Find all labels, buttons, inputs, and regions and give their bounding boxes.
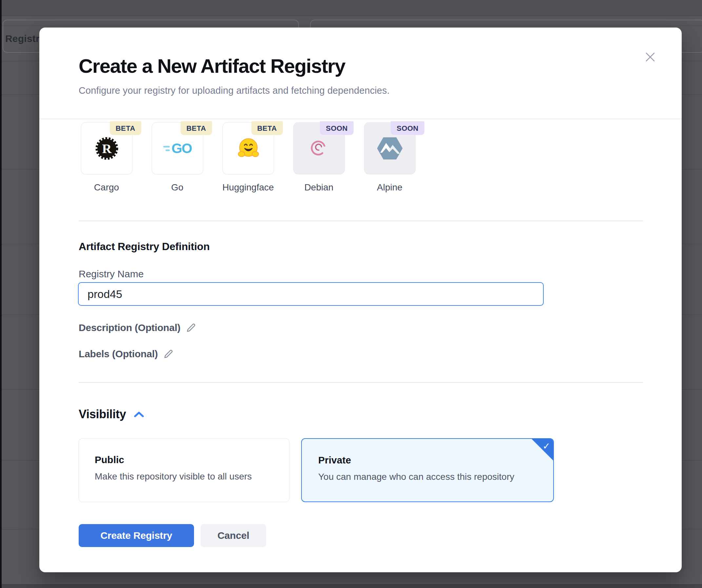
package-card-cargo[interactable]: BETA R	[81, 122, 132, 174]
package-card-huggingface[interactable]: BETA	[223, 122, 274, 174]
registry-name-label: Registry Name	[79, 268, 143, 279]
beta-badge: BETA	[110, 121, 141, 135]
private-option-title: Private	[318, 455, 351, 466]
create-registry-dialog: Create a New Artifact Registry Configure…	[39, 27, 682, 572]
soon-badge: SOON	[320, 121, 354, 135]
description-label: Description (Optional)	[79, 322, 181, 333]
package-card-debian[interactable]: SOON	[293, 122, 345, 174]
visibility-heading-row: Visibility	[79, 407, 144, 421]
svg-text:R: R	[102, 141, 112, 156]
backdrop-bottom-band	[2, 584, 702, 588]
package-label-alpine: Alpine	[377, 182, 402, 193]
go-icon: GO	[163, 141, 192, 156]
cargo-icon: R	[93, 135, 120, 162]
visibility-option-public[interactable]: Public Make this repository visible to a…	[79, 438, 289, 502]
chevron-up-icon[interactable]	[134, 411, 144, 418]
dialog-title: Create a New Artifact Registry	[79, 54, 345, 79]
package-card-go[interactable]: BETA GO	[152, 122, 203, 174]
backdrop-top-band	[2, 0, 702, 16]
visibility-option-private[interactable]: Private You can manage who can access th…	[301, 438, 554, 502]
section-divider	[79, 221, 643, 221]
dialog-subtitle: Configure your registry for uploading ar…	[79, 84, 390, 97]
dialog-header: Create a New Artifact Registry Configure…	[39, 27, 682, 119]
package-label-go: Go	[171, 182, 183, 193]
dialog-body: BETA R BETA GO BETA	[39, 119, 682, 573]
definition-heading: Artifact Registry Definition	[79, 241, 210, 253]
package-card-alpine[interactable]: SOON	[364, 122, 416, 174]
edit-labels-pencil-icon[interactable]	[163, 349, 174, 359]
description-row: Description (Optional)	[79, 322, 196, 333]
registry-name-input[interactable]	[78, 282, 544, 306]
close-button[interactable]	[641, 48, 660, 66]
visibility-heading: Visibility	[79, 407, 126, 421]
beta-badge: BETA	[251, 121, 283, 135]
public-option-description: Make this repository visible to all user…	[95, 471, 252, 482]
create-registry-button[interactable]: Create Registry	[79, 524, 194, 547]
check-icon: ✓	[543, 441, 550, 452]
edit-description-pencil-icon[interactable]	[186, 323, 196, 333]
package-label-debian: Debian	[305, 182, 334, 193]
labels-label: Labels (Optional)	[79, 348, 158, 360]
soon-badge: SOON	[391, 121, 425, 135]
public-option-title: Public	[95, 454, 124, 465]
huggingface-icon	[236, 136, 261, 161]
private-option-description: You can manage who can access this repos…	[318, 472, 514, 482]
package-label-huggingface: Huggingface	[222, 182, 274, 193]
alpine-icon	[377, 137, 403, 159]
package-label-cargo: Cargo	[94, 182, 119, 193]
debian-icon	[308, 137, 331, 160]
beta-badge: BETA	[181, 121, 212, 135]
labels-row: Labels (Optional)	[79, 348, 174, 360]
cancel-button[interactable]: Cancel	[201, 524, 266, 547]
close-icon	[644, 51, 657, 63]
section-divider	[79, 382, 643, 383]
backdrop-left-edge	[0, 0, 2, 588]
